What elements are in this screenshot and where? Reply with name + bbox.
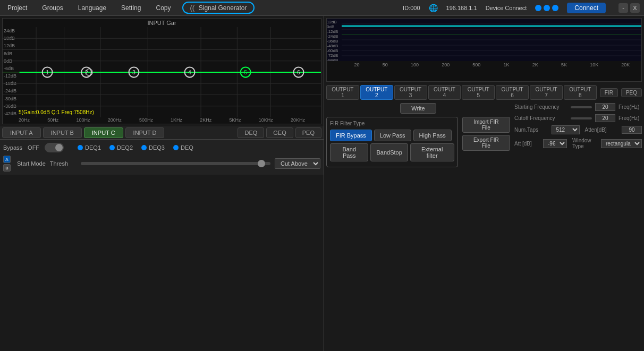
import-fir-button[interactable]: Import FIR File (462, 117, 510, 133)
b-button[interactable]: B (3, 164, 11, 172)
cutoff-freq-input[interactable] (595, 114, 615, 122)
thresh-row: Thresh (50, 160, 270, 167)
fir-controls: FIR Filter Type FIR Bypass Low Pass High… (326, 117, 510, 167)
deq3-item: DEQ3 (141, 144, 165, 151)
deq1-dot (78, 145, 83, 150)
menu-copy[interactable]: Copy (152, 3, 174, 13)
connect-button[interactable]: Connect (567, 3, 606, 13)
eq-freq-labels: 20Hz 50Hz 100Hz 200Hz 500Hz 1KHz 2KHz 5K… (3, 117, 321, 123)
deq-row: DEQ1 DEQ2 DEQ3 DEQ (78, 144, 193, 151)
num-taps-label: Num.Taps (514, 127, 548, 133)
fir-left: Write FIR Filter Type FIR Bypass Low Pas… (326, 103, 510, 167)
starting-freq-label: Starting Frequency (514, 104, 567, 110)
svg-text:6: 6 (297, 69, 300, 75)
window-type-select[interactable]: rectangula hanning hamming (601, 139, 642, 148)
input-tabs: INPUT A INPUT B INPUT C INPUT D DEQ GEQ … (0, 126, 324, 140)
bandstop-btn[interactable]: BandStop (370, 143, 408, 161)
tab-input-d[interactable]: INPUT D (125, 127, 165, 138)
eq-node-info: 5(Gain:0.0dB Q:1 Freq:7508Hz) (19, 109, 94, 115)
write-button[interactable]: Write (400, 103, 436, 114)
high-pass-btn[interactable]: High Pass (413, 130, 452, 141)
att-select[interactable]: -96 -48 -72 (543, 139, 567, 148)
fir-bypass-btn[interactable]: FIR Bypass (330, 130, 372, 141)
out-tab-7[interactable]: OUTPUT 7 (530, 85, 563, 100)
cutoff-freq-row: Cutoff Frequency Freq(Hz) (514, 114, 642, 122)
fir-tab[interactable]: FIR (600, 88, 618, 97)
menu-bar: Project Groups Language Setting Copy (( … (0, 0, 644, 16)
cut-above-select[interactable]: Cut Above (275, 158, 320, 169)
deq3-label: DEQ3 (149, 144, 165, 151)
dsp-section: Bypass OFF DEQ1 DEQ2 DEQ (0, 140, 324, 175)
deq3-dot (141, 145, 147, 150)
menu-language[interactable]: Language (75, 3, 109, 13)
indicator-row (535, 5, 558, 11)
out-tab-1[interactable]: OUTPUT 1 (326, 85, 359, 100)
peq-tab[interactable]: PEQ (621, 88, 642, 97)
cutoff-freq-slider[interactable] (571, 117, 592, 119)
att-label: Att [dB] (514, 141, 540, 147)
band-pass-btn[interactable]: Band Pass (330, 143, 368, 161)
device-id: ID:000 (403, 5, 420, 11)
tab-input-b[interactable]: INPUT B (43, 127, 82, 138)
svg-text:1: 1 (46, 69, 49, 75)
cutoff-freq-unit: Freq(Hz) (618, 115, 642, 121)
out-tab-8[interactable]: OUTPUT 8 (564, 85, 597, 100)
deq2-item: DEQ2 (109, 144, 133, 151)
menu-project[interactable]: Project (4, 3, 30, 13)
num-taps-select[interactable]: 512 256 1024 (552, 125, 580, 134)
export-fir-button[interactable]: Export FIR File (462, 135, 510, 151)
output-eq-inner: 12dB 0dB -12dB -24dB -36dB -48dB -60dB -… (327, 19, 641, 61)
output-db-labels: 12dB 0dB -12dB -24dB -36dB -48dB -60dB -… (327, 19, 342, 61)
window-label: Window Type (572, 138, 598, 149)
window-buttons: - X (618, 3, 640, 13)
out-tab-6[interactable]: OUTPUT 6 (496, 85, 529, 100)
eq-display: INPUT Gar 24dB 18dB 12dB 6dB 0dB -6dB -1… (2, 18, 321, 124)
tab-input-c[interactable]: INPUT C (84, 127, 123, 138)
thresh-slider[interactable] (81, 162, 270, 165)
svg-point-18 (86, 69, 93, 76)
bypass-state: OFF (28, 144, 39, 151)
att-window-row: Att [dB] -96 -48 -72 Window Type rectang… (514, 138, 642, 149)
tab-input-a[interactable]: INPUT A (2, 127, 41, 138)
deq2-label: DEQ2 (117, 144, 133, 151)
minimize-button[interactable]: - (618, 3, 628, 13)
low-pass-btn[interactable]: Low Pass (374, 130, 411, 141)
starting-freq-slider[interactable] (571, 106, 592, 108)
close-button[interactable]: X (630, 3, 640, 13)
output-eq-canvas: 12dB 0dB -12dB -24dB -36dB -48dB -60dB -… (327, 19, 641, 61)
menu-groups[interactable]: Groups (39, 3, 66, 13)
num-taps-row: Num.Taps 512 256 1024 Atten[dB] (514, 125, 642, 134)
menu-setting[interactable]: Setting (118, 3, 144, 13)
out-tab-3[interactable]: OUTPUT 3 (394, 85, 427, 100)
tab-geq[interactable]: GEQ (266, 127, 293, 138)
out-tab-5[interactable]: OUTPUT 5 (462, 85, 495, 100)
a-button[interactable]: A (3, 156, 11, 163)
eq-title: INPUT Gar (3, 19, 321, 27)
deq1-label: DEQ1 (85, 144, 101, 151)
external-filter-btn[interactable]: External filter (410, 143, 454, 161)
bypass-toggle[interactable] (45, 143, 64, 152)
start-mode-row: A B Start Mode Thresh Cut Above (3, 156, 320, 172)
indicator-1 (535, 5, 541, 11)
svg-text:5: 5 (244, 69, 247, 75)
indicator-2 (544, 5, 550, 11)
import-export-section: Import FIR File Export FIR File (462, 117, 510, 167)
deq4-dot (173, 145, 179, 150)
deq4-item: DEQ (173, 144, 193, 151)
tab-peq[interactable]: PEQ (295, 127, 321, 138)
left-panel: INPUT Gar 24dB 18dB 12dB 6dB 0dB -6dB -1… (0, 16, 324, 351)
signal-generator-button[interactable]: (( Signal Generator (182, 2, 254, 14)
starting-freq-input[interactable] (595, 103, 615, 111)
bypass-row: Bypass OFF DEQ1 DEQ2 DEQ (3, 143, 320, 152)
deq1-item: DEQ1 (78, 144, 101, 151)
deq4-label: DEQ (181, 144, 193, 151)
atten-input[interactable] (622, 126, 642, 134)
fir-params: Starting Frequency Freq(Hz) Cutoff Frequ… (514, 103, 642, 167)
indicator-3 (552, 5, 558, 11)
tab-deq[interactable]: DEQ (238, 127, 264, 138)
output-tabs-row: OUTPUT 1 OUTPUT 2 OUTPUT 3 OUTPUT 4 OUTP… (324, 84, 644, 101)
out-tab-2[interactable]: OUTPUT 2 (360, 85, 393, 100)
output-eq-display: 12dB 0dB -12dB -24dB -36dB -48dB -60dB -… (326, 18, 642, 82)
out-tab-4[interactable]: OUTPUT 4 (428, 85, 461, 100)
fir-btns-row1: FIR Bypass Low Pass High Pass (330, 130, 454, 141)
